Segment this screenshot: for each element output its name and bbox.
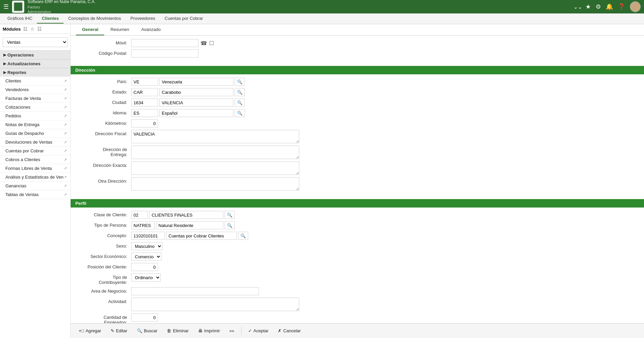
dir-exacta-textarea[interactable] bbox=[131, 161, 299, 175]
pais-search-btn[interactable]: 🔍 bbox=[235, 78, 245, 86]
send-icon-btn[interactable]: «« bbox=[227, 327, 237, 335]
sector-select[interactable]: Comercio Industrial Servicios bbox=[131, 253, 161, 261]
concepto-code-input[interactable] bbox=[131, 232, 165, 240]
estado-row: Estado: 🔍 bbox=[77, 88, 637, 96]
tab-graficos[interactable]: Gráficos IHC bbox=[3, 14, 37, 24]
ciudad-search-btn[interactable]: 🔍 bbox=[235, 99, 245, 107]
sidebar-item-devoluciones[interactable]: Devoluciones de Ventas➚ bbox=[0, 138, 70, 147]
concepto-name-input[interactable] bbox=[166, 232, 237, 240]
kilometros-input[interactable] bbox=[131, 119, 158, 127]
ext-icon: ➚ bbox=[64, 96, 67, 101]
tipo-persona-name-input[interactable] bbox=[156, 221, 223, 229]
idioma-search-btn[interactable]: 🔍 bbox=[235, 109, 245, 117]
clase-cliente-row: Clase de Cliente: 🔍 bbox=[77, 211, 637, 219]
dir-fiscal-textarea[interactable]: VALENCIA bbox=[131, 130, 299, 143]
tab-cuentas[interactable]: Cuentas por Cobrar bbox=[160, 14, 208, 24]
user-avatar[interactable] bbox=[630, 1, 641, 12]
ext-icon: ➚ bbox=[64, 157, 67, 162]
pais-code-input[interactable] bbox=[131, 78, 158, 86]
subtab-avanzado[interactable]: Avanzado bbox=[135, 24, 167, 35]
tipo-persona-search-btn[interactable]: 🔍 bbox=[225, 221, 235, 229]
sidebar-item-cotizaciones[interactable]: Cotizaciones➚ bbox=[0, 103, 70, 112]
sidebar-item-clientes[interactable]: Clientes➚ bbox=[0, 77, 70, 85]
ciudad-row: Ciudad: 🔍 bbox=[77, 99, 637, 107]
otra-dir-textarea[interactable] bbox=[131, 177, 299, 191]
sidebar-item-cobros[interactable]: Cobros a Clientes➚ bbox=[0, 155, 70, 164]
message-icon[interactable]: ☐ bbox=[209, 40, 214, 46]
ciudad-name-input[interactable] bbox=[159, 99, 233, 107]
sidebar-section-reportes[interactable]: ▶ Reportes bbox=[0, 68, 70, 77]
sidebar-icon-monitor[interactable]: ☷ bbox=[23, 26, 28, 32]
sidebar-item-guias[interactable]: Guías de Despacho➚ bbox=[0, 129, 70, 138]
pais-name-input[interactable] bbox=[159, 78, 233, 86]
sidebar-section-actualizaciones[interactable]: ▶ Actualizaciones bbox=[0, 59, 70, 68]
cancelar-button[interactable]: ✗ Cancelar bbox=[275, 327, 303, 335]
buscar-icon: 🔍 bbox=[137, 328, 142, 333]
ext-icon: ➚ bbox=[64, 149, 67, 153]
eliminar-button[interactable]: 🗑 Eliminar bbox=[164, 327, 191, 335]
codigo-postal-row: Código Postal: bbox=[77, 49, 637, 58]
sidebar-item-tablas[interactable]: Tablas de Ventas➚ bbox=[0, 190, 70, 199]
gear-icon[interactable]: ⚙ bbox=[596, 3, 601, 10]
codigo-postal-label: Código Postal: bbox=[77, 49, 131, 56]
subtab-general[interactable]: General bbox=[76, 24, 104, 35]
tab-proveedores[interactable]: Proveedores bbox=[126, 14, 160, 24]
sidebar-item-facturas[interactable]: Facturas de Venta➚ bbox=[0, 94, 70, 103]
help-icon[interactable]: ❓ bbox=[618, 3, 625, 10]
concepto-search-btn[interactable]: 🔍 bbox=[238, 232, 248, 240]
seccion-perfil: Perfil bbox=[71, 199, 644, 208]
hamburger-icon[interactable]: ☰ bbox=[3, 3, 9, 10]
posicion-input[interactable] bbox=[131, 263, 158, 271]
sidebar-item-analisis[interactable]: Análisis y Estadísticas de Ven➚ bbox=[0, 173, 70, 182]
ciudad-code-input[interactable] bbox=[131, 99, 158, 107]
concepto-row: Concepto: 🔍 bbox=[77, 232, 637, 240]
editar-button[interactable]: ✎ Editar bbox=[108, 327, 130, 335]
estado-search-btn[interactable]: 🔍 bbox=[235, 88, 245, 96]
tipo-persona-code-input[interactable] bbox=[131, 221, 155, 229]
idioma-name-input[interactable] bbox=[159, 109, 233, 117]
subtab-resumen[interactable]: Resumen bbox=[104, 24, 135, 35]
sidebar-item-pedidos[interactable]: Pedidos➚ bbox=[0, 112, 70, 120]
agregar-button[interactable]: +□ Agregar bbox=[76, 327, 104, 335]
sidebar-item-notas-entrega[interactable]: Notas de Entrega➚ bbox=[0, 120, 70, 129]
top-fields: Móvil: ☎ ☐ Código Postal: bbox=[71, 36, 644, 63]
tab-clientes[interactable]: Clientes bbox=[37, 14, 64, 24]
tab-conceptos[interactable]: Conceptos de Movimientos bbox=[64, 14, 126, 24]
module-select[interactable]: Ventas bbox=[3, 37, 68, 47]
estado-label: Estado: bbox=[77, 88, 131, 95]
estado-name-input[interactable] bbox=[159, 88, 233, 96]
idioma-code-input[interactable] bbox=[131, 109, 158, 117]
pais-label: País: bbox=[77, 78, 131, 84]
sidebar-item-vendedores[interactable]: Vendedores➚ bbox=[0, 85, 70, 94]
ext-icon: ➚ bbox=[64, 166, 67, 171]
estado-code-input[interactable] bbox=[131, 88, 158, 96]
actividad-textarea[interactable] bbox=[131, 298, 299, 311]
sidebar-item-ganancias[interactable]: Ganancias➚ bbox=[0, 182, 70, 190]
ext-icon: ➚ bbox=[64, 79, 67, 83]
tipo-contrib-select[interactable]: Ordinario Especial Exento bbox=[131, 273, 161, 281]
clase-search-btn[interactable]: 🔍 bbox=[225, 211, 235, 219]
aceptar-button[interactable]: ✓ Aceptar bbox=[245, 327, 271, 335]
sidebar-icon-star[interactable]: ☆ bbox=[30, 26, 35, 32]
sidebar-item-formas-libres[interactable]: Formas Libres de Venta➚ bbox=[0, 164, 70, 173]
dir-entrega-row: Dirección deEntrega: bbox=[77, 146, 637, 159]
buscar-button[interactable]: 🔍 Buscar bbox=[134, 327, 160, 335]
area-negocios-input[interactable] bbox=[131, 287, 259, 295]
phone-icon[interactable]: ☎ bbox=[200, 40, 207, 46]
dir-exacta-label: Dirección Exacta: bbox=[77, 161, 131, 168]
bell-icon[interactable]: 🔔 bbox=[606, 3, 613, 10]
clase-name-input[interactable] bbox=[149, 211, 223, 219]
dir-entrega-textarea[interactable] bbox=[131, 146, 299, 159]
empleados-input[interactable] bbox=[131, 313, 158, 322]
sidebar-item-cuentas[interactable]: Cuentas por Cobrar➚ bbox=[0, 147, 70, 155]
idioma-label: Idioma: bbox=[77, 109, 131, 115]
sexo-select[interactable]: Masculino Femenino bbox=[131, 242, 162, 250]
sidebar-section-operaciones[interactable]: ▶ Operaciones bbox=[0, 50, 70, 59]
expand-icon[interactable]: ⌄⌄ bbox=[573, 4, 582, 10]
clase-code-input[interactable] bbox=[131, 211, 148, 219]
sidebar-icon-doc[interactable]: ☷ bbox=[37, 26, 42, 32]
imprimir-button[interactable]: 🖶 Imprimir bbox=[195, 327, 223, 335]
movil-input[interactable] bbox=[131, 39, 198, 47]
star-icon[interactable]: ★ bbox=[585, 3, 591, 10]
codigo-postal-input[interactable] bbox=[131, 49, 198, 58]
